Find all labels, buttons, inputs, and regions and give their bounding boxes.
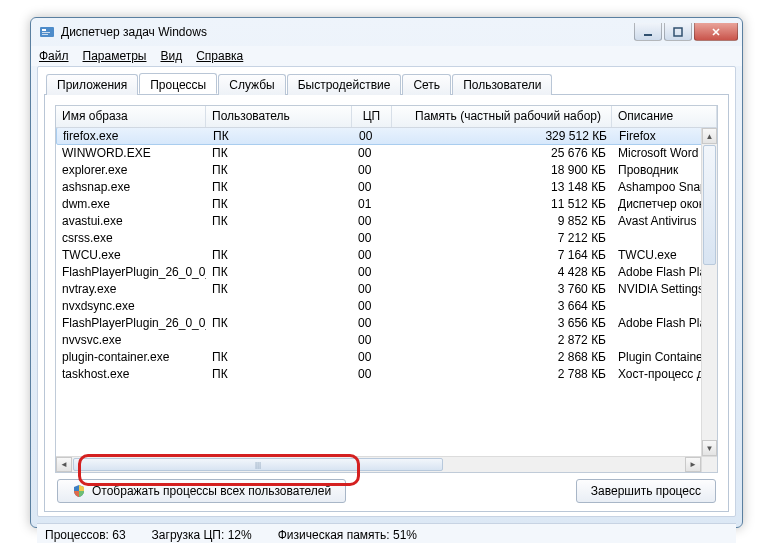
- cell-memory: 2 872 КБ: [392, 332, 612, 349]
- client-area: Приложения Процессы Службы Быстродействи…: [37, 66, 736, 517]
- cell-user: ПК: [206, 366, 352, 383]
- button-row: Отображать процессы всех пользователей З…: [55, 473, 718, 505]
- window-title: Диспетчер задач Windows: [61, 25, 634, 39]
- cell-image-name: nvvsvc.exe: [56, 332, 206, 349]
- cell-cpu: 00: [352, 179, 392, 196]
- horizontal-scroll-thumb[interactable]: |||: [73, 458, 443, 471]
- cell-cpu: 00: [352, 247, 392, 264]
- table-row[interactable]: nvtray.exeПК003 760 КБNVIDIA Settings: [56, 281, 717, 298]
- tab-users[interactable]: Пользователи: [452, 74, 552, 95]
- cell-cpu: 00: [352, 332, 392, 349]
- cell-memory: 11 512 КБ: [392, 196, 612, 213]
- end-process-button[interactable]: Завершить процесс: [576, 479, 716, 503]
- header-description[interactable]: Описание: [612, 106, 717, 127]
- cell-image-name: explorer.exe: [56, 162, 206, 179]
- scroll-down-icon[interactable]: ▼: [702, 440, 717, 456]
- table-row[interactable]: explorer.exeПК0018 900 КБПроводник: [56, 162, 717, 179]
- cell-image-name: csrss.exe: [56, 230, 206, 247]
- rows-container: firefox.exeПК00329 512 КБFirefoxWINWORD.…: [56, 128, 717, 472]
- cell-user: ПК: [206, 281, 352, 298]
- table-row[interactable]: csrss.exe007 212 КБ: [56, 230, 717, 247]
- cell-memory: 3 664 КБ: [392, 298, 612, 315]
- header-cpu[interactable]: ЦП: [352, 106, 392, 127]
- cell-cpu: 00: [352, 145, 392, 162]
- cell-memory: 3 760 КБ: [392, 281, 612, 298]
- cell-user: ПК: [206, 264, 352, 281]
- processes-panel: Имя образа Пользователь ЦП Память (частн…: [44, 95, 729, 512]
- cell-image-name: WINWORD.EXE: [56, 145, 206, 162]
- cell-cpu: 00: [353, 128, 393, 144]
- tab-networking[interactable]: Сеть: [402, 74, 451, 95]
- svg-rect-3: [42, 34, 48, 35]
- menubar: Файл Параметры Вид Справка: [31, 46, 742, 66]
- cell-cpu: 00: [352, 230, 392, 247]
- cell-user: ПК: [206, 179, 352, 196]
- cell-image-name: avastui.exe: [56, 213, 206, 230]
- cell-memory: 329 512 КБ: [393, 128, 613, 144]
- cell-memory: 7 164 КБ: [392, 247, 612, 264]
- table-row[interactable]: avastui.exeПК009 852 КБAvast Antivirus: [56, 213, 717, 230]
- cell-memory: 18 900 КБ: [392, 162, 612, 179]
- cell-cpu: 00: [352, 298, 392, 315]
- cell-memory: 2 868 КБ: [392, 349, 612, 366]
- header-memory[interactable]: Память (частный рабочий набор): [392, 106, 612, 127]
- table-row[interactable]: dwm.exeПК0111 512 КБДиспетчер окон р: [56, 196, 717, 213]
- menu-options[interactable]: Параметры: [83, 49, 147, 63]
- table-row[interactable]: nvxdsync.exe003 664 КБ: [56, 298, 717, 315]
- column-headers: Имя образа Пользователь ЦП Память (частн…: [56, 106, 717, 128]
- cell-memory: 2 788 КБ: [392, 366, 612, 383]
- table-row[interactable]: taskhost.exeПК002 788 КБХост-процесс для: [56, 366, 717, 383]
- cell-memory: 9 852 КБ: [392, 213, 612, 230]
- cell-image-name: firefox.exe: [57, 128, 207, 144]
- cell-memory: 3 656 КБ: [392, 315, 612, 332]
- tab-performance[interactable]: Быстродействие: [287, 74, 402, 95]
- tab-processes[interactable]: Процессы: [139, 73, 217, 94]
- table-row[interactable]: TWCU.exeПК007 164 КБTWCU.exe: [56, 247, 717, 264]
- cell-image-name: plugin-container.exe: [56, 349, 206, 366]
- minimize-button[interactable]: [634, 23, 662, 41]
- header-user[interactable]: Пользователь: [206, 106, 352, 127]
- table-row[interactable]: plugin-container.exeПК002 868 КБPlugin C…: [56, 349, 717, 366]
- tab-services[interactable]: Службы: [218, 74, 285, 95]
- cell-user: ПК: [206, 145, 352, 162]
- horizontal-scrollbar[interactable]: ◄ ||| ►: [56, 456, 701, 472]
- svg-rect-5: [674, 28, 682, 36]
- vertical-scrollbar[interactable]: ▲ ▼: [701, 128, 717, 456]
- cell-user: [206, 230, 352, 247]
- cell-image-name: FlashPlayerPlugin_26_0_0_1...: [56, 264, 206, 281]
- maximize-button[interactable]: [664, 23, 692, 41]
- shield-icon: [72, 484, 86, 498]
- svg-rect-4: [644, 34, 652, 36]
- cell-image-name: dwm.exe: [56, 196, 206, 213]
- show-all-users-button[interactable]: Отображать процессы всех пользователей: [57, 479, 346, 503]
- tabstrip: Приложения Процессы Службы Быстродействи…: [44, 73, 729, 95]
- scroll-left-icon[interactable]: ◄: [56, 457, 72, 472]
- cell-memory: 13 148 КБ: [392, 179, 612, 196]
- statusbar: Процессов: 63 Загрузка ЦП: 12% Физическа…: [37, 523, 736, 543]
- cell-image-name: FlashPlayerPlugin_26_0_0_1...: [56, 315, 206, 332]
- menu-file[interactable]: Файл: [39, 49, 69, 63]
- tab-applications[interactable]: Приложения: [46, 74, 138, 95]
- scroll-corner: [701, 456, 717, 472]
- table-row[interactable]: firefox.exeПК00329 512 КБFirefox: [56, 128, 717, 145]
- menu-help[interactable]: Справка: [196, 49, 243, 63]
- table-row[interactable]: nvvsvc.exe002 872 КБ: [56, 332, 717, 349]
- menu-view[interactable]: Вид: [160, 49, 182, 63]
- cell-user: ПК: [206, 196, 352, 213]
- close-button[interactable]: [694, 23, 738, 41]
- table-row[interactable]: ashsnap.exeПК0013 148 КБAshampoo Snap 9: [56, 179, 717, 196]
- table-row[interactable]: WINWORD.EXEПК0025 676 КБMicrosoft Word: [56, 145, 717, 162]
- cell-user: ПК: [206, 247, 352, 264]
- scroll-up-icon[interactable]: ▲: [702, 128, 717, 144]
- header-image-name[interactable]: Имя образа: [56, 106, 206, 127]
- cell-cpu: 00: [352, 349, 392, 366]
- app-icon: [39, 24, 55, 40]
- titlebar[interactable]: Диспетчер задач Windows: [31, 18, 742, 46]
- cell-cpu: 00: [352, 162, 392, 179]
- table-row[interactable]: FlashPlayerPlugin_26_0_0_1...ПК003 656 К…: [56, 315, 717, 332]
- vertical-scroll-thumb[interactable]: [703, 145, 716, 265]
- scroll-right-icon[interactable]: ►: [685, 457, 701, 472]
- process-list: Имя образа Пользователь ЦП Память (частн…: [55, 105, 718, 473]
- cell-image-name: nvxdsync.exe: [56, 298, 206, 315]
- table-row[interactable]: FlashPlayerPlugin_26_0_0_1...ПК004 428 К…: [56, 264, 717, 281]
